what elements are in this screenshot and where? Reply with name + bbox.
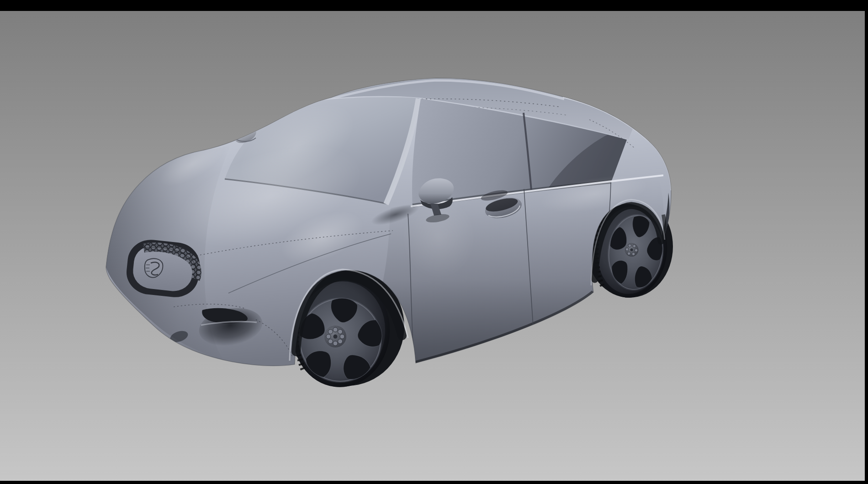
top-letterbox-bar <box>0 0 868 11</box>
application-window <box>0 0 868 484</box>
front-hub-logo <box>333 335 338 339</box>
right-letterbox-bar <box>865 0 868 484</box>
front-hub <box>324 326 346 347</box>
bottom-letterbox-bar <box>0 481 868 484</box>
3d-viewport[interactable] <box>0 0 868 484</box>
